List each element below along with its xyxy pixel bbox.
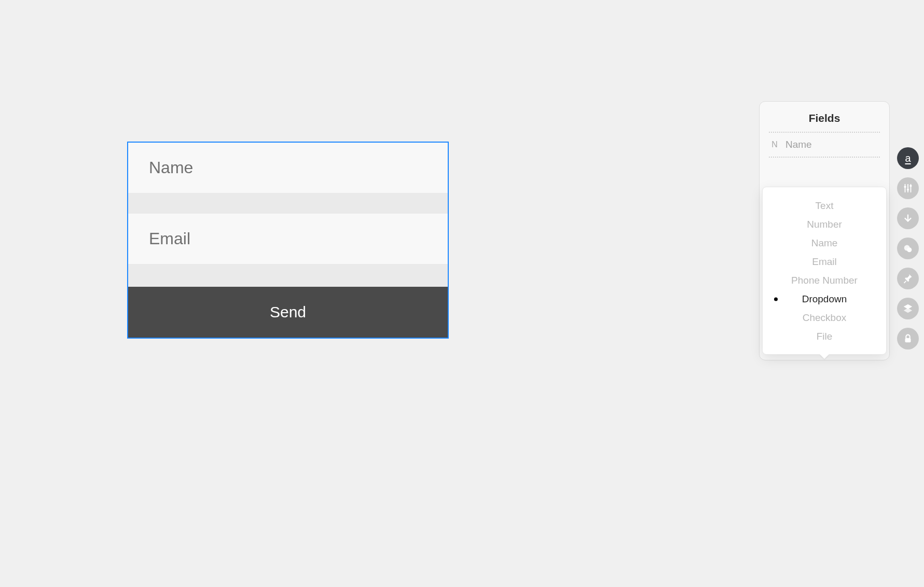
field-type-option[interactable]: Text: [765, 197, 884, 215]
form-field-name[interactable]: Name: [128, 143, 448, 193]
form-field-email[interactable]: Email: [128, 214, 448, 264]
field-type-option[interactable]: Checkbox: [765, 309, 884, 327]
field-type-option-label: Phone Number: [791, 275, 858, 286]
field-entry-label: Name: [785, 139, 812, 150]
text-icon: a: [905, 152, 911, 164]
bullet-icon: [774, 298, 778, 301]
settings-tool[interactable]: [897, 177, 919, 199]
field-type-badge: N: [770, 140, 779, 149]
arrow-down-icon: [902, 213, 914, 224]
svg-point-8: [907, 247, 912, 252]
form-field-label: Email: [149, 229, 427, 248]
field-type-option-label: Name: [811, 237, 838, 248]
field-type-option[interactable]: Dropdown: [765, 290, 884, 309]
field-type-option[interactable]: File: [765, 327, 884, 346]
field-type-option-label: Email: [812, 256, 837, 267]
svg-marker-11: [904, 308, 913, 313]
field-type-option-label: File: [817, 331, 833, 342]
download-tool[interactable]: [897, 207, 919, 229]
sliders-icon: [902, 183, 914, 194]
field-type-option[interactable]: Phone Number: [765, 271, 884, 290]
field-type-option[interactable]: Number: [765, 215, 884, 234]
text-tool[interactable]: a: [897, 147, 919, 169]
field-type-option[interactable]: Email: [765, 253, 884, 271]
svg-rect-9: [904, 281, 906, 283]
field-type-option-label: Text: [816, 200, 834, 211]
tool-rail: a: [897, 147, 919, 350]
form-submit-button[interactable]: Send: [128, 287, 448, 338]
svg-point-4: [907, 189, 909, 191]
svg-point-5: [909, 185, 912, 187]
form-field-label: Name: [149, 158, 427, 177]
field-entry[interactable]: N Name: [766, 133, 883, 157]
layers-tool[interactable]: [897, 298, 919, 319]
field-type-option-label: Dropdown: [802, 294, 847, 304]
form-submit-label: Send: [270, 303, 306, 320]
lock-icon: [902, 333, 914, 344]
color-tool[interactable]: [897, 237, 919, 259]
overlap-circles-icon: [902, 243, 914, 254]
fields-panel-title: Fields: [766, 109, 883, 132]
field-type-option[interactable]: Name: [765, 234, 884, 253]
field-type-option-label: Number: [807, 219, 842, 230]
pin-icon: [902, 273, 914, 284]
form-preview[interactable]: Name Email Send: [127, 142, 449, 339]
pin-tool[interactable]: [897, 268, 919, 289]
svg-point-3: [904, 186, 906, 188]
field-type-popover: TextNumberNameEmailPhone NumberDropdownC…: [762, 187, 887, 355]
svg-rect-12: [905, 338, 911, 342]
lock-tool[interactable]: [897, 328, 919, 350]
layers-icon: [902, 303, 914, 314]
field-type-option-label: Checkbox: [803, 312, 847, 323]
